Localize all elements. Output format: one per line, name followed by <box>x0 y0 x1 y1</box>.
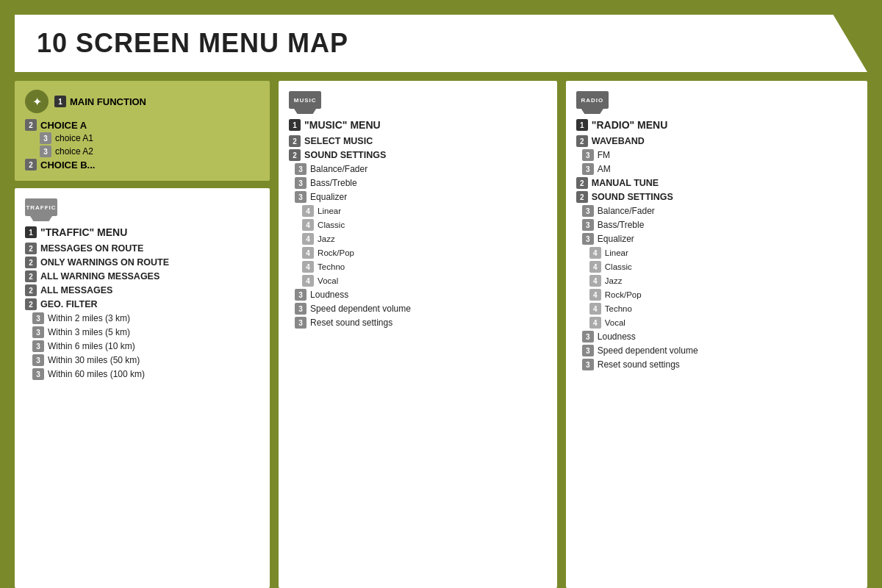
badge-m4b: 4 <box>302 219 314 231</box>
badge-m4e: 4 <box>302 261 314 273</box>
choice-a-item: 2 CHOICE A <box>25 119 259 131</box>
middle-column: MUSIC 1 "MUSIC" MENU 2 SELECT MUSIC 2 SO… <box>279 81 557 588</box>
badge-m3b: 3 <box>295 177 306 189</box>
music-speed-dependent: 3 Speed dependent volume <box>289 303 547 315</box>
badge-t3d: 3 <box>32 354 44 366</box>
badge-r3e: 3 <box>582 233 594 245</box>
badge-m4d: 4 <box>302 247 314 259</box>
radio-sound-settings: 2 SOUND SETTINGS <box>576 191 857 203</box>
main-function-item-1: 1 MAIN FUNCTION <box>54 96 146 107</box>
radio-eq-jazz: 4 Jazz <box>576 275 857 287</box>
radio-icon-tail <box>581 109 603 114</box>
badge-m3c: 3 <box>295 191 306 203</box>
music-icon-area: MUSIC <box>289 91 547 113</box>
radio-reset-sound: 3 Reset sound settings <box>576 359 857 370</box>
choice-a1-item: 3 choice A1 <box>25 132 259 144</box>
badge-r4f: 4 <box>589 317 601 329</box>
badge-r2b: 2 <box>576 177 588 189</box>
radio-manual-tune: 2 MANUAL TUNE <box>576 177 857 189</box>
music-icon: MUSIC <box>289 91 321 113</box>
main-function-panel: ✦ 1 MAIN FUNCTION 2 CHOICE A 3 choice A1… <box>15 81 270 181</box>
badge-r4a: 4 <box>589 247 601 259</box>
badge-r3d: 3 <box>582 219 594 231</box>
badge-r3f: 3 <box>582 331 594 343</box>
traffic-icon: TRAFFIC <box>25 198 57 220</box>
traffic-messages-on-route: 2 MESSAGES ON ROUTE <box>25 243 259 254</box>
badge-m4a: 4 <box>302 205 314 217</box>
badge-r4b: 4 <box>589 261 601 273</box>
right-column: RADIO 1 "RADIO" MENU 2 WAVEBAND 3 FM 3 A… <box>566 81 867 588</box>
badge-r3h: 3 <box>582 359 594 370</box>
badge-t1: 1 <box>25 226 37 238</box>
badge-t3e: 3 <box>32 368 44 380</box>
music-balance-fader: 3 Balance/Fader <box>289 163 547 175</box>
music-loudness: 3 Loudness <box>289 289 547 301</box>
radio-balance-fader: 3 Balance/Fader <box>576 205 857 217</box>
badge-r3g: 3 <box>582 345 594 356</box>
music-select-music: 2 SELECT MUSIC <box>289 135 547 147</box>
badge-3b: 3 <box>40 146 51 157</box>
main-function-label: MAIN FUNCTION <box>70 96 146 107</box>
traffic-within-6mi: 3 Within 6 miles (10 km) <box>25 340 259 352</box>
badge-m1: 1 <box>289 119 301 131</box>
music-eq-vocal: 4 Vocal <box>289 275 547 287</box>
music-icon-tail <box>294 109 316 114</box>
radio-fm: 3 FM <box>576 149 857 161</box>
radio-am: 3 AM <box>576 163 857 175</box>
content-area: ✦ 1 MAIN FUNCTION 2 CHOICE A 3 choice A1… <box>15 81 867 588</box>
left-column: ✦ 1 MAIN FUNCTION 2 CHOICE A 3 choice A1… <box>15 81 270 588</box>
traffic-within-60mi: 3 Within 60 miles (100 km) <box>25 368 259 380</box>
traffic-all-warnings: 2 ALL WARNING MESSAGES <box>25 270 259 282</box>
traffic-within-3mi: 3 Within 3 miles (5 km) <box>25 326 259 338</box>
badge-t3a: 3 <box>32 312 44 324</box>
radio-eq-rockpop: 4 Rock/Pop <box>576 289 857 301</box>
music-icon-body: MUSIC <box>289 91 321 109</box>
page-header: 10 SCREEN MENU MAP <box>15 15 867 72</box>
music-bass-treble: 3 Bass/Treble <box>289 177 547 189</box>
badge-t3b: 3 <box>32 326 44 338</box>
traffic-within-30mi: 3 Within 30 miles (50 km) <box>25 354 259 366</box>
radio-loudness: 3 Loudness <box>576 331 857 343</box>
badge-m3e: 3 <box>295 303 306 315</box>
badge-m4c: 4 <box>302 233 314 245</box>
traffic-all-messages: 2 ALL MESSAGES <box>25 284 259 296</box>
badge-m3f: 3 <box>295 317 306 329</box>
badge-r2a: 2 <box>576 135 588 147</box>
traffic-panel: TRAFFIC 1 "TRAFFIC" MENU 2 MESSAGES ON R… <box>15 188 270 588</box>
music-eq-classic: 4 Classic <box>289 219 547 231</box>
badge-m2b: 2 <box>289 149 301 161</box>
radio-icon-area: RADIO <box>576 91 857 113</box>
music-eq-jazz: 4 Jazz <box>289 233 547 245</box>
choice-b-item: 2 CHOICE B... <box>25 159 259 171</box>
music-eq-linear: 4 Linear <box>289 205 547 217</box>
music-eq-rockpop: 4 Rock/Pop <box>289 247 547 259</box>
music-panel: MUSIC 1 "MUSIC" MENU 2 SELECT MUSIC 2 SO… <box>279 81 557 588</box>
choice-a2-item: 3 choice A2 <box>25 146 259 157</box>
badge-t3c: 3 <box>32 340 44 352</box>
badge-t2b: 2 <box>25 257 37 268</box>
main-function-badge-area: 1 MAIN FUNCTION <box>54 94 146 109</box>
traffic-icon-body: TRAFFIC <box>25 198 57 216</box>
traffic-icon-tail <box>30 216 52 221</box>
radio-eq-techno: 4 Techno <box>576 303 857 315</box>
radio-panel: RADIO 1 "RADIO" MENU 2 WAVEBAND 3 FM 3 A… <box>566 81 867 588</box>
music-sound-settings: 2 SOUND SETTINGS <box>289 149 547 161</box>
radio-menu-title: 1 "RADIO" MENU <box>576 119 857 131</box>
badge-r4c: 4 <box>589 275 601 287</box>
badge-m3d: 3 <box>295 289 306 301</box>
music-menu-title: 1 "MUSIC" MENU <box>289 119 547 131</box>
traffic-only-warnings: 2 ONLY WARNINGS ON ROUTE <box>25 257 259 268</box>
music-reset-sound: 3 Reset sound settings <box>289 317 547 329</box>
badge-2b: 2 <box>25 159 37 171</box>
star-icon: ✦ <box>25 90 49 113</box>
radio-icon-body: RADIO <box>576 91 609 109</box>
badge-2a: 2 <box>25 119 37 131</box>
badge-t2a: 2 <box>25 243 37 254</box>
badge-r2c: 2 <box>576 191 588 203</box>
badge-r3a: 3 <box>582 149 594 161</box>
traffic-menu-title: 1 "TRAFFIC" MENU <box>25 226 259 238</box>
radio-icon: RADIO <box>576 91 609 113</box>
badge-r4e: 4 <box>589 303 601 315</box>
badge-3a: 3 <box>40 132 51 144</box>
radio-eq-linear: 4 Linear <box>576 247 857 259</box>
